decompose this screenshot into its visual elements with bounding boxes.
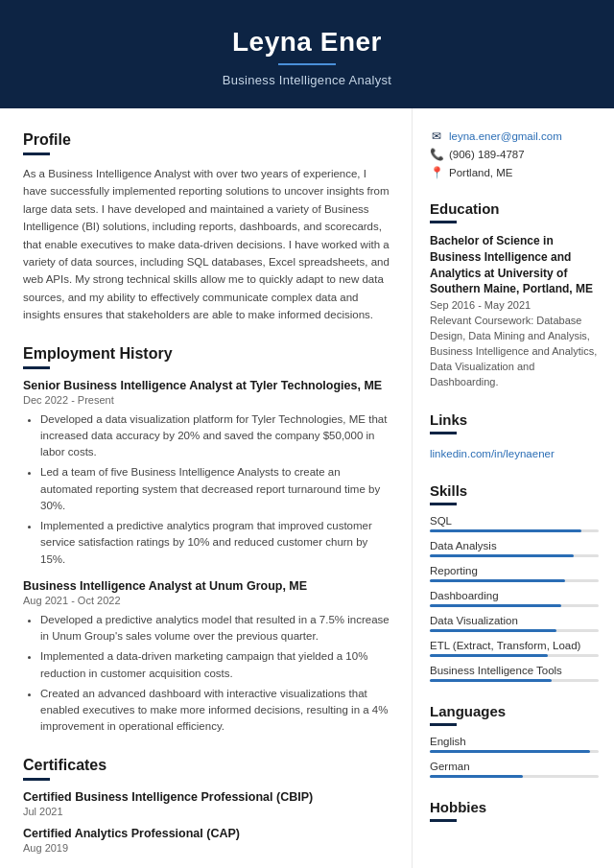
- certificates-divider: [23, 778, 50, 781]
- skill-bar-bg-2: [430, 579, 599, 582]
- languages-title: Languages: [430, 703, 599, 719]
- lang-item-1: German: [430, 761, 599, 778]
- job-2-title: Business Intelligence Analyst at Unum Gr…: [23, 579, 390, 593]
- job-1-bullets: Developed a data visualization platform …: [23, 411, 390, 568]
- skill-bar-fill-2: [430, 579, 565, 582]
- phone-icon: 📞: [430, 148, 443, 161]
- job-1-bullet-3: Implemented a predictive analytics progr…: [40, 518, 390, 568]
- skill-bar-fill-6: [430, 679, 552, 682]
- job-2-dates: Aug 2021 - Oct 2022: [23, 595, 390, 606]
- cert-2-date: Aug 2019: [23, 842, 390, 854]
- skill-item-2: Reporting: [430, 565, 599, 582]
- skill-item-4: Data Visualization: [430, 615, 599, 632]
- skill-label-2: Reporting: [430, 565, 599, 576]
- skill-bar-bg-4: [430, 629, 599, 632]
- job-2-bullet-1: Developed a predictive analytics model t…: [40, 612, 390, 645]
- skill-bar-bg-1: [430, 554, 599, 557]
- link-1[interactable]: linkedin.com/in/leynaener: [430, 444, 599, 461]
- edu-degree: Bachelor of Science in Business Intellig…: [430, 233, 599, 297]
- candidate-name: Leyna Ener: [19, 27, 595, 58]
- languages-container: English German: [430, 736, 599, 778]
- body-section: Profile As a Business Intelligence Analy…: [0, 108, 614, 868]
- links-divider: [430, 432, 457, 434]
- profile-section: Profile As a Business Intelligence Analy…: [23, 131, 390, 324]
- lang-bar-bg-1: [430, 775, 599, 778]
- lang-bar-fill-1: [430, 775, 523, 778]
- education-divider: [430, 221, 457, 223]
- skill-label-5: ETL (Extract, Transform, Load): [430, 640, 599, 651]
- sidebar-column: ✉ leyna.ener@gmail.com 📞 (906) 189-4787 …: [413, 108, 614, 868]
- candidate-title: Business Intelligence Analyst: [19, 73, 595, 87]
- hobbies-section: Hobbies: [430, 799, 599, 822]
- cert-2-name: Certified Analytics Professional (CAP): [23, 827, 390, 840]
- location-text: Portland, ME: [449, 167, 512, 178]
- lang-label-0: English: [430, 736, 599, 747]
- profile-text: As a Business Intelligence Analyst with …: [23, 165, 390, 324]
- job-1-title: Senior Business Intelligence Analyst at …: [23, 379, 390, 392]
- skill-label-3: Dashboarding: [430, 590, 599, 601]
- job-2-bullets: Developed a predictive analytics model t…: [23, 612, 390, 736]
- skill-bar-fill-0: [430, 529, 581, 532]
- skills-title: Skills: [430, 482, 599, 499]
- skill-label-1: Data Analysis: [430, 540, 599, 551]
- edu-dates: Sep 2016 - May 2021: [430, 299, 599, 311]
- contact-section: ✉ leyna.ener@gmail.com 📞 (906) 189-4787 …: [430, 129, 599, 179]
- hobbies-title: Hobbies: [430, 799, 599, 815]
- cert-1-name: Certified Business Intelligence Professi…: [23, 790, 390, 804]
- skill-bar-bg-6: [430, 679, 599, 682]
- resume: Leyna Ener Business Intelligence Analyst…: [0, 0, 614, 868]
- skill-item-1: Data Analysis: [430, 540, 599, 557]
- job-1: Senior Business Intelligence Analyst at …: [23, 379, 390, 568]
- education-title: Education: [430, 200, 599, 217]
- links-title: Links: [430, 411, 599, 428]
- skill-bar-bg-5: [430, 654, 599, 657]
- skills-container: SQL Data Analysis Reporting Dashboarding…: [430, 515, 599, 682]
- skill-bar-bg-3: [430, 604, 599, 607]
- contact-phone: 📞 (906) 189-4787: [430, 148, 599, 161]
- skill-item-5: ETL (Extract, Transform, Load): [430, 640, 599, 657]
- job-2-bullet-3: Created an advanced dashboard with inter…: [40, 686, 390, 736]
- contact-email[interactable]: ✉ leyna.ener@gmail.com: [430, 129, 599, 143]
- email-link[interactable]: leyna.ener@gmail.com: [449, 130, 562, 142]
- languages-section: Languages English German: [430, 703, 599, 778]
- cert-2: Certified Analytics Professional (CAP) A…: [23, 827, 390, 854]
- skill-item-3: Dashboarding: [430, 590, 599, 607]
- education-section: Education Bachelor of Science in Busines…: [430, 200, 599, 390]
- header-section: Leyna Ener Business Intelligence Analyst: [0, 0, 614, 108]
- skill-bar-fill-4: [430, 629, 556, 632]
- certificates-section: Certificates Certified Business Intellig…: [23, 757, 390, 854]
- skill-bar-fill-3: [430, 604, 561, 607]
- main-column: Profile As a Business Intelligence Analy…: [0, 108, 413, 868]
- profile-divider: [23, 152, 50, 155]
- job-2-bullet-2: Implemented a data-driven marketing camp…: [40, 648, 390, 682]
- contact-location: 📍 Portland, ME: [430, 166, 599, 179]
- lang-bar-fill-0: [430, 750, 590, 753]
- employment-title: Employment History: [23, 345, 390, 363]
- linkedin-link[interactable]: linkedin.com/in/leynaener: [430, 448, 555, 459]
- job-1-bullet-1: Developed a data visualization platform …: [40, 411, 390, 461]
- hobbies-divider: [430, 819, 457, 822]
- skill-label-4: Data Visualization: [430, 615, 599, 626]
- job-2: Business Intelligence Analyst at Unum Gr…: [23, 579, 390, 736]
- skill-bar-bg-0: [430, 529, 599, 532]
- links-section: Links linkedin.com/in/leynaener: [430, 411, 599, 461]
- lang-bar-bg-0: [430, 750, 599, 753]
- skill-label-0: SQL: [430, 515, 599, 527]
- certificates-title: Certificates: [23, 757, 390, 774]
- skills-section: Skills SQL Data Analysis Reporting Dashb…: [430, 482, 599, 682]
- header-divider: [278, 63, 336, 65]
- cert-1: Certified Business Intelligence Professi…: [23, 790, 390, 817]
- employment-section: Employment History Senior Business Intel…: [23, 345, 390, 736]
- coursework-label: Relevant Coursework:: [430, 315, 533, 326]
- job-1-dates: Dec 2022 - Present: [23, 394, 390, 406]
- location-icon: 📍: [430, 166, 443, 179]
- skill-bar-fill-1: [430, 554, 574, 557]
- languages-divider: [430, 723, 457, 726]
- skill-item-6: Business Intelligence Tools: [430, 665, 599, 682]
- profile-title: Profile: [23, 131, 390, 149]
- job-1-bullet-2: Led a team of five Business Intelligence…: [40, 464, 390, 514]
- skill-item-0: SQL: [430, 515, 599, 532]
- edu-coursework: Relevant Coursework: Database Design, Da…: [430, 314, 599, 390]
- skill-label-6: Business Intelligence Tools: [430, 665, 599, 676]
- email-icon: ✉: [430, 129, 443, 143]
